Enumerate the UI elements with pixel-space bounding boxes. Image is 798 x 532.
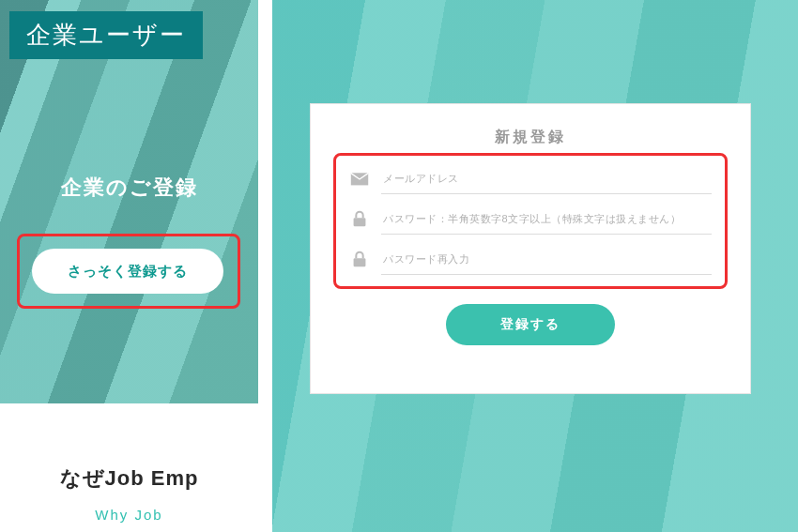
email-input[interactable] [381, 163, 712, 194]
envelope-icon [349, 169, 370, 190]
signup-form-card: 新規登録 [310, 103, 751, 394]
lock-icon [349, 250, 370, 270]
password-confirm-field-row [349, 244, 712, 275]
submit-register-button[interactable]: 登録する [446, 304, 615, 345]
user-type-badge: 企業ユーザー [9, 11, 203, 59]
why-subheading: Why Job [0, 507, 258, 523]
register-now-button[interactable]: さっそく登録する [32, 249, 223, 294]
left-hero-bg [0, 0, 258, 403]
left-panel: 企業ユーザー 企業のご登録 さっそく登録する なぜJob Emp Why Job [0, 0, 258, 532]
password-field-row [349, 204, 712, 235]
left-heading: 企業のご登録 [0, 174, 258, 202]
right-panel: 新規登録 [272, 0, 798, 532]
svg-rect-1 [354, 218, 366, 226]
svg-rect-2 [354, 258, 366, 266]
password-input[interactable] [381, 204, 712, 235]
form-fields-highlight-box [333, 153, 728, 289]
submit-wrap: 登録する [339, 304, 722, 345]
form-title: 新規登録 [339, 128, 722, 147]
password-confirm-input[interactable] [381, 244, 712, 275]
why-heading: なぜJob Emp [0, 464, 258, 493]
email-field-row [349, 163, 712, 194]
lock-icon [349, 209, 370, 230]
